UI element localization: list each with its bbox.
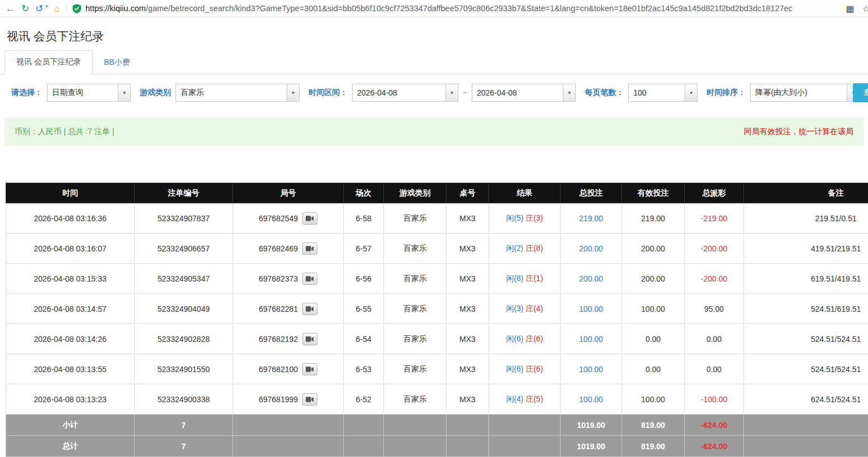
- refresh-icon[interactable]: ↻: [21, 4, 29, 13]
- cell-time: 2026-04-08 03:16:36: [6, 203, 135, 234]
- cell-total-bet[interactable]: 100.00: [561, 354, 622, 384]
- video-replay-icon[interactable]: [302, 273, 317, 285]
- cell-time: 2026-04-08 03:13:23: [6, 384, 135, 415]
- sort-order-value[interactable]: [751, 84, 847, 101]
- cell-session: 6-56: [344, 264, 384, 294]
- total-count: 7: [135, 436, 233, 457]
- cell-total-bet[interactable]: 200.00: [561, 264, 622, 294]
- total-row: 总计 7 1019.00 819.00 -624.00: [6, 436, 868, 457]
- result-banker: 庄(1): [525, 274, 543, 283]
- round-id-text: 697682100: [259, 365, 298, 374]
- subtotal-count: 7: [135, 415, 233, 436]
- result-player: 闲(2): [506, 244, 523, 253]
- cell-payout: 0.00: [685, 324, 744, 354]
- video-replay-icon[interactable]: [302, 333, 317, 345]
- empty-cell: [489, 436, 561, 457]
- chevron-down-icon[interactable]: ▾: [563, 84, 575, 101]
- cell-bet-id: 523324906657: [135, 234, 233, 264]
- empty-cell: [384, 436, 447, 457]
- date-to-value[interactable]: [472, 84, 563, 101]
- cell-payout: 95.00: [685, 294, 744, 324]
- undo-icon[interactable]: ↺: [35, 4, 43, 13]
- back-icon[interactable]: ←: [6, 4, 15, 13]
- cell-time: 2026-04-08 03:14:26: [6, 324, 135, 354]
- cell-round-id: 697682469: [233, 234, 344, 264]
- game-type-select[interactable]: ▾: [176, 84, 300, 102]
- query-mode-select[interactable]: ▾: [47, 84, 131, 102]
- cell-round-id: 697682192: [233, 324, 344, 354]
- qr-code-icon[interactable]: ▦: [846, 3, 855, 14]
- tab-bet-records[interactable]: 视讯 会员下注纪录: [4, 50, 93, 74]
- cell-note: 624.51/524.51: [744, 384, 868, 415]
- result-banker: 庄(8): [525, 244, 543, 253]
- total-label: 总计: [6, 436, 135, 457]
- cell-bet-id: 523324904049: [135, 294, 233, 324]
- cell-total-bet[interactable]: 100.00: [561, 384, 622, 415]
- address-bar[interactable]: https://kiqiiu.com/game/betrecord_search…: [73, 4, 840, 13]
- undo-dropdown-icon[interactable]: ▾: [46, 4, 48, 9]
- url-text[interactable]: https://kiqiiu.com/game/betrecord_search…: [86, 4, 793, 13]
- tab-bb-tips[interactable]: BB小费: [93, 51, 141, 74]
- cell-valid-bet: 100.00: [622, 384, 685, 415]
- chevron-down-icon[interactable]: ▾: [287, 84, 299, 101]
- round-id-text: 697682549: [259, 214, 298, 223]
- cell-time: 2026-04-08 03:13:55: [6, 354, 135, 384]
- cell-session: 6-52: [344, 384, 384, 415]
- video-replay-icon[interactable]: [302, 363, 317, 375]
- table-row: 2026-04-08 03:14:57 523324904049 6976822…: [6, 294, 868, 324]
- result-player: 闲(4): [506, 394, 523, 403]
- query-mode-value[interactable]: [48, 84, 118, 101]
- cell-table-no: MX3: [447, 294, 489, 324]
- chevron-down-icon[interactable]: ▾: [118, 84, 130, 101]
- cell-bet-id: 523324902828: [135, 324, 233, 354]
- cell-total-bet[interactable]: 100.00: [561, 294, 622, 324]
- cell-note: 524.51/619.51: [744, 294, 868, 324]
- chevron-down-icon[interactable]: ▾: [685, 84, 697, 101]
- cell-total-bet[interactable]: 100.00: [561, 324, 622, 354]
- header-round-id: 局号: [233, 183, 344, 203]
- cell-time: 2026-04-08 03:15:33: [6, 264, 135, 294]
- result-player: 闲(8): [506, 274, 523, 283]
- video-replay-icon[interactable]: [302, 242, 317, 255]
- date-from-value[interactable]: [353, 84, 445, 101]
- page-size-value[interactable]: [629, 84, 685, 101]
- table-header-row: 时间 注单编号 局号 场次 游戏类别 桌号 结果 总投注 有效投注 总派彩 备注: [6, 183, 868, 203]
- search-button[interactable]: 查询: [853, 83, 868, 102]
- video-replay-icon[interactable]: [302, 212, 317, 225]
- sort-order-select[interactable]: ▾: [750, 84, 860, 102]
- empty-cell: [489, 415, 561, 436]
- favorite-star-icon[interactable]: ☆: [862, 3, 868, 14]
- cell-game-type: 百家乐: [384, 234, 447, 264]
- result-player: 闲(6): [506, 364, 523, 373]
- cell-round-id: 697682549: [233, 203, 344, 234]
- result-banker: 庄(6): [525, 334, 543, 343]
- date-to-picker[interactable]: ▾: [472, 84, 576, 102]
- cell-round-id: 697682373: [233, 264, 344, 294]
- empty-cell: [344, 436, 384, 457]
- game-type-label: 游戏类别: [140, 88, 171, 98]
- cell-payout: -100.00: [685, 384, 744, 415]
- cell-total-bet[interactable]: 219.00: [561, 203, 622, 234]
- table-row: 2026-04-08 03:16:07 523324906657 6976824…: [6, 234, 868, 264]
- security-shield-icon[interactable]: [73, 4, 81, 13]
- chevron-down-icon[interactable]: ▾: [445, 84, 458, 101]
- subtotal-label: 小计: [6, 415, 135, 436]
- round-id-text: 697682281: [259, 304, 298, 313]
- home-icon[interactable]: ⌂: [54, 4, 60, 13]
- video-replay-icon[interactable]: [302, 303, 317, 315]
- video-replay-icon[interactable]: [302, 393, 317, 406]
- page-size-select[interactable]: ▾: [628, 84, 698, 102]
- date-from-picker[interactable]: ▾: [352, 84, 458, 102]
- result-player: 闲(6): [506, 334, 523, 343]
- result-banker: 庄(4): [525, 304, 543, 313]
- game-type-value[interactable]: [176, 84, 287, 101]
- url-path: /game/betrecord_search/kind3?GameType=30…: [146, 4, 793, 13]
- table-row: 2026-04-08 03:14:26 523324902828 6976821…: [6, 324, 868, 354]
- cell-note: 419.51/219.51: [744, 234, 868, 264]
- cell-table-no: MX3: [447, 264, 489, 294]
- cell-total-bet[interactable]: 200.00: [561, 234, 622, 264]
- result-banker: 庄(3): [525, 213, 543, 222]
- browser-toolbar: ← ↻ ↺▾ ⌂ https://kiqiiu.com/game/betreco…: [0, 0, 868, 17]
- total-total-bet: 1019.00: [561, 436, 622, 457]
- cell-round-id: 697681999: [233, 384, 344, 415]
